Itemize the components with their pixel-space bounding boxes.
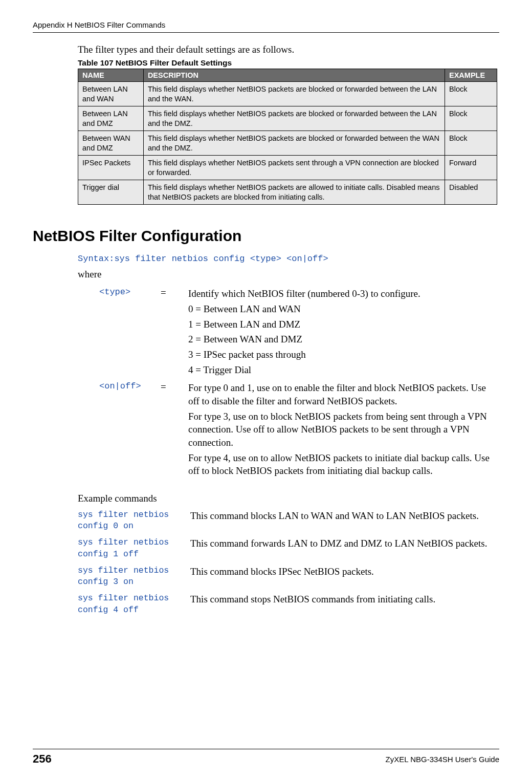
cell-description: This field displays whether NetBIOS pack… xyxy=(143,180,445,205)
table-row: Between LAN and DMZ This field displays … xyxy=(78,106,497,131)
param-type-sub: 0 = Between LAN and WAN xyxy=(99,302,499,316)
param-type-line4: 3 = IPSec packet pass through xyxy=(188,348,495,361)
example-cmd: sys filter netbios config 1 off xyxy=(78,537,190,560)
cell-example: Block xyxy=(445,82,497,106)
intro-text: The filter types and their default setti… xyxy=(78,44,499,55)
th-example: EXAMPLE xyxy=(445,69,497,82)
param-onoff-p3: For type 4, use on to allow NetBIOS pack… xyxy=(188,451,495,478)
example-desc: This command blocks LAN to WAN and WAN t… xyxy=(190,509,497,532)
param-type-line5: 4 = Trigger Dial xyxy=(188,363,495,377)
param-onoff-row: <on|off> = For type 0 and 1, use on to e… xyxy=(99,381,499,407)
table-row: Between LAN and WAN This field displays … xyxy=(78,82,497,106)
table-row: Trigger dial This field displays whether… xyxy=(78,180,497,205)
where-label: where xyxy=(78,269,499,280)
cell-name: IPSec Packets xyxy=(78,156,144,180)
cell-name: Between LAN and WAN xyxy=(78,82,144,106)
cell-name: Between LAN and DMZ xyxy=(78,106,144,131)
page-number: 256 xyxy=(33,752,52,766)
param-onoff-p2: For type 3, use on to block NetBIOS pack… xyxy=(188,410,495,449)
param-onoff-key: <on|off> xyxy=(99,381,161,407)
param-eq: = xyxy=(161,381,188,407)
examples-heading: Example commands xyxy=(78,493,499,504)
param-onoff-sub: For type 3, use on to block NetBIOS pack… xyxy=(99,410,499,449)
cell-description: This field displays whether NetBIOS pack… xyxy=(143,106,445,131)
example-row: sys filter netbios config 4 off This com… xyxy=(78,593,499,616)
table-row: IPSec Packets This field displays whethe… xyxy=(78,156,497,180)
th-name: NAME xyxy=(78,69,144,82)
example-cmd: sys filter netbios config 3 on xyxy=(78,565,190,588)
example-desc: This command stops NetBIOS commands from… xyxy=(190,593,497,616)
example-row: sys filter netbios config 3 on This comm… xyxy=(78,565,499,588)
example-cmd: sys filter netbios config 4 off xyxy=(78,593,190,616)
th-description: DESCRIPTION xyxy=(143,69,445,82)
cell-description: This field displays whether NetBIOS pack… xyxy=(143,82,445,106)
param-onoff-sub: For type 4, use on to allow NetBIOS pack… xyxy=(99,451,499,478)
cell-example: Block xyxy=(445,131,497,156)
section-title: NetBIOS Filter Configuration xyxy=(33,227,499,245)
param-type-sub: 2 = Between WAN and DMZ xyxy=(99,333,499,346)
cell-name: Trigger dial xyxy=(78,180,144,205)
footer-rule xyxy=(33,749,499,749)
cell-description: This field displays whether NetBIOS pack… xyxy=(143,131,445,156)
syntax-line: Syntax:sys filter netbios config <type> … xyxy=(78,254,499,264)
example-cmd: sys filter netbios config 0 on xyxy=(78,509,190,532)
param-type-key: <type> xyxy=(99,287,161,300)
param-onoff-p1: For type 0 and 1, use on to enable the f… xyxy=(188,381,495,407)
header-rule xyxy=(33,32,499,33)
example-row: sys filter netbios config 0 on This comm… xyxy=(78,509,499,532)
cell-example: Block xyxy=(445,106,497,131)
param-type-sub: 3 = IPSec packet pass through xyxy=(99,348,499,361)
param-eq: = xyxy=(161,287,188,300)
table-header-row: NAME DESCRIPTION EXAMPLE xyxy=(78,69,497,82)
example-row: sys filter netbios config 1 off This com… xyxy=(78,537,499,560)
example-desc: This command forwards LAN to DMZ and DMZ… xyxy=(190,537,497,560)
cell-example: Forward xyxy=(445,156,497,180)
example-desc: This command blocks IPSec NetBIOS packet… xyxy=(190,565,497,588)
cell-description: This field displays whether NetBIOS pack… xyxy=(143,156,445,180)
param-type-sub: 1 = Between LAN and DMZ xyxy=(99,318,499,331)
param-type-sub: 4 = Trigger Dial xyxy=(99,363,499,377)
table-caption: Table 107 NetBIOS Filter Default Setting… xyxy=(78,58,499,68)
param-type-line1: 0 = Between LAN and WAN xyxy=(188,302,495,316)
page-footer: 256 ZyXEL NBG-334SH User's Guide xyxy=(33,749,499,766)
guide-title: ZyXEL NBG-334SH User's Guide xyxy=(386,755,499,764)
cell-name: Between WAN and DMZ xyxy=(78,131,144,156)
param-type-line2: 1 = Between LAN and DMZ xyxy=(188,318,495,331)
cell-example: Disabled xyxy=(445,180,497,205)
param-type-row: <type> = Identify which NetBIOS filter (… xyxy=(99,287,499,300)
param-type-line0: Identify which NetBIOS filter (numbered … xyxy=(188,287,495,300)
param-type-line3: 2 = Between WAN and DMZ xyxy=(188,333,495,346)
table-row: Between WAN and DMZ This field displays … xyxy=(78,131,497,156)
filter-defaults-table: NAME DESCRIPTION EXAMPLE Between LAN and… xyxy=(78,69,497,205)
running-head: Appendix H NetBIOS Filter Commands xyxy=(33,20,499,29)
